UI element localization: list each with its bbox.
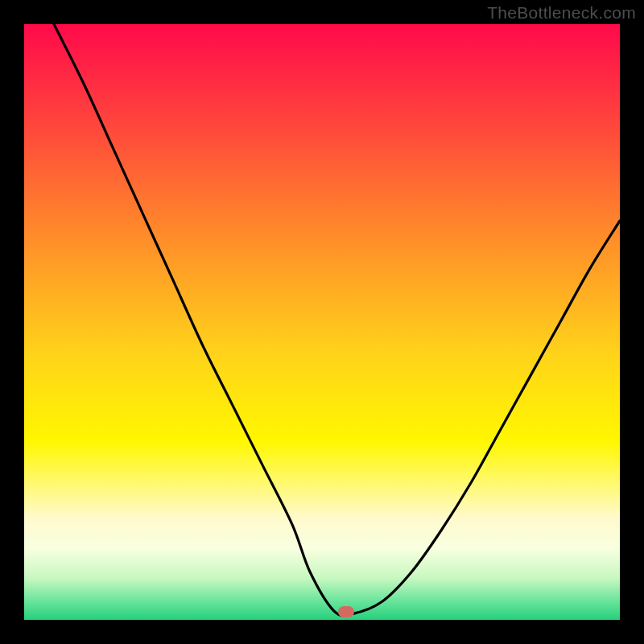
plot-area [24,24,620,620]
bottleneck-marker [338,606,354,617]
bottleneck-curve [54,24,620,616]
curve-layer [24,24,620,620]
watermark-text: TheBottleneck.com [487,3,636,23]
bottleneck-figure: TheBottleneck.com [0,0,644,644]
